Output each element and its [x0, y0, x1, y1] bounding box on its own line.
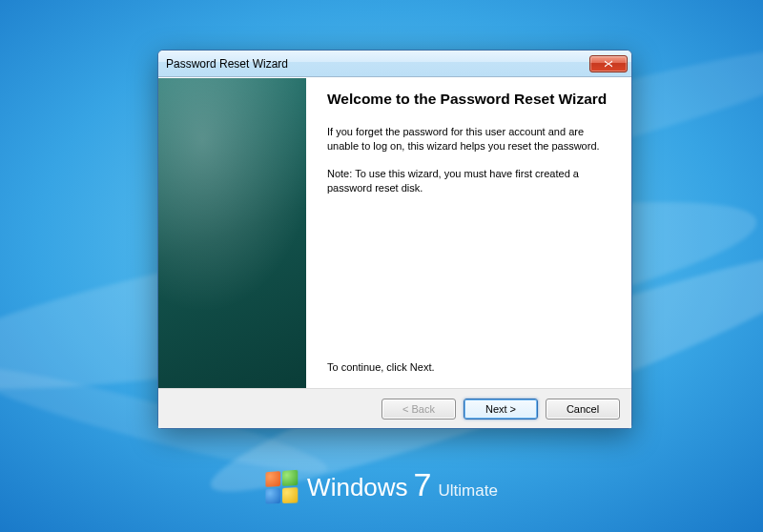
password-reset-wizard-dialog: Password Reset Wizard Welcome to the Pas…: [157, 50, 632, 429]
wizard-main-panel: Welcome to the Password Reset Wizard If …: [306, 78, 631, 388]
wizard-button-row: < Back Next > Cancel: [158, 388, 631, 428]
brand-word: Windows: [307, 473, 407, 502]
wizard-continue-hint: To continue, click Next.: [327, 361, 610, 373]
next-button[interactable]: Next >: [464, 399, 538, 419]
close-icon: [604, 60, 613, 68]
content-area: Welcome to the Password Reset Wizard If …: [158, 77, 631, 388]
brand-version: 7: [414, 472, 431, 498]
brand-edition: Ultimate: [439, 481, 498, 501]
os-branding: Windows 7 Ultimate: [0, 471, 763, 503]
wizard-heading: Welcome to the Password Reset Wizard: [327, 90, 610, 108]
wizard-note-text: Note: To use this wizard, you must have …: [327, 167, 610, 195]
wizard-side-graphic: [158, 78, 306, 388]
wizard-intro-text: If you forget the password for this user…: [327, 125, 610, 153]
windows-logo-icon: [266, 470, 299, 504]
brand-text: Windows 7 Ultimate: [307, 472, 498, 502]
window-title: Password Reset Wizard: [166, 57, 589, 71]
close-button[interactable]: [589, 55, 628, 72]
back-button[interactable]: < Back: [382, 399, 456, 419]
titlebar[interactable]: Password Reset Wizard: [158, 51, 631, 77]
cancel-button[interactable]: Cancel: [546, 399, 620, 419]
